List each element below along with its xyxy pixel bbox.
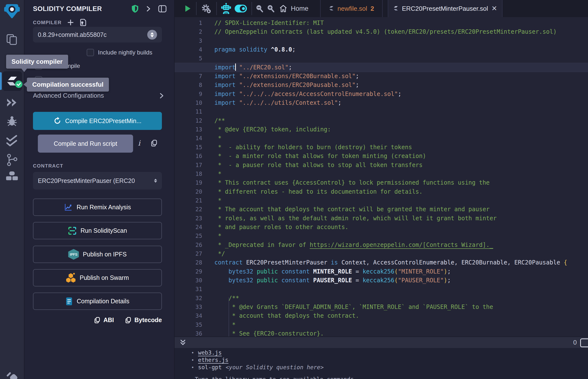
code-line: pragma solidity ^0.8.0; bbox=[214, 45, 588, 54]
compiler-version-select[interactable]: 0.8.29+commit.ab55807c bbox=[33, 27, 162, 43]
code-editor[interactable]: 1234567891011121314151617181920212223242… bbox=[175, 17, 588, 336]
code-line bbox=[214, 54, 588, 63]
code-line: * @dev {ERC20} token, including: bbox=[214, 125, 588, 134]
line-number: 21 bbox=[175, 196, 210, 205]
abi-bytecode-row: ABI Bytecode bbox=[33, 316, 162, 324]
run-solidityscan-button[interactable]: Run SolidityScan bbox=[33, 222, 162, 239]
git-icon[interactable] bbox=[5, 153, 19, 168]
code-line: * - a pauser role that allows to stop al… bbox=[214, 161, 588, 170]
bytecode-label: Bytecode bbox=[134, 316, 162, 324]
script-config-gear-icon[interactable] bbox=[201, 0, 211, 17]
code-line: */ bbox=[214, 249, 588, 258]
line-number: 30 bbox=[175, 276, 210, 285]
terminal-listen-count: 0 bbox=[573, 339, 577, 346]
code-line: // OpenZeppelin Contracts (last updated … bbox=[214, 27, 588, 36]
copy-bytecode-button[interactable]: Bytecode bbox=[125, 316, 162, 324]
line-number: 28 bbox=[175, 258, 210, 267]
terminal-bar[interactable]: 0 bbox=[175, 336, 588, 348]
line-number: 32 bbox=[175, 294, 210, 302]
code-line: bytes32 public constant MINTER_ROLE = ke… bbox=[214, 267, 588, 276]
copy-icon bbox=[94, 317, 100, 324]
copy-abi-button[interactable]: ABI bbox=[94, 316, 114, 324]
license-file-icon[interactable] bbox=[79, 18, 87, 26]
publish-ipfs-label: Publish on IPFS bbox=[83, 251, 126, 258]
line-number: 24 bbox=[175, 223, 210, 232]
tooltip-status-text: Compilation successful bbox=[32, 81, 104, 88]
compilation-details-label: Compilation Details bbox=[77, 298, 129, 305]
line-number: 1 bbox=[175, 18, 210, 27]
include-nightly-checkbox[interactable] bbox=[87, 49, 94, 56]
add-compiler-icon[interactable] bbox=[67, 19, 74, 26]
line-number: 16 bbox=[175, 152, 210, 160]
unit-testing-icon[interactable] bbox=[6, 135, 18, 147]
line-number: 34 bbox=[175, 311, 210, 320]
ai-robot-icon[interactable] bbox=[221, 0, 231, 17]
code-line: bytes32 public constant PAUSER_ROLE = ke… bbox=[214, 276, 588, 285]
compile-and-run-button[interactable]: Compile and Run script bbox=[38, 135, 133, 153]
file-explorer-icon[interactable] bbox=[5, 33, 19, 47]
line-number: 26 bbox=[175, 240, 210, 249]
code-line: * bbox=[214, 320, 588, 329]
deploy-run-icon[interactable] bbox=[5, 97, 19, 108]
publish-swarm-button[interactable]: Publish on Swarm bbox=[33, 269, 162, 286]
shield-icon[interactable] bbox=[131, 4, 139, 13]
code-lines: // SPDX-License-Identifier: MIT// OpenZe… bbox=[214, 18, 588, 336]
code-line: * bbox=[214, 170, 588, 178]
plugin-blocks-icon[interactable] bbox=[5, 171, 19, 186]
line-number: 11 bbox=[175, 107, 210, 116]
terminal-output[interactable]: •web3.js•ethers.js•sol-gpt<your Solidity… bbox=[175, 348, 588, 379]
line-number: 2 bbox=[175, 27, 210, 36]
tab-erc20presetminterpauser[interactable]: ERC20PresetMinterPauser.sol ✕ bbox=[388, 0, 503, 17]
refresh-icon bbox=[53, 117, 61, 125]
panel-header: SOLIDITY COMPILER bbox=[33, 4, 167, 13]
editor-tabbar: Home newfile.sol 2 ERC20PresetMinterPaus… bbox=[175, 0, 588, 17]
code-line: import "../../../utils/Context.sol"; bbox=[214, 98, 588, 107]
line-number: 25 bbox=[175, 232, 210, 240]
debugger-icon[interactable] bbox=[5, 115, 19, 128]
info-icon[interactable]: i bbox=[138, 139, 140, 147]
line-number: 27 bbox=[175, 249, 210, 258]
contract-select[interactable]: ERC20PresetMinterPauser (ERC20 bbox=[33, 172, 162, 190]
run-script-button[interactable] bbox=[184, 0, 191, 17]
line-number: 17 bbox=[175, 161, 210, 170]
plugin-manager-plug-icon[interactable] bbox=[4, 368, 20, 379]
zoom-in-icon[interactable] bbox=[266, 0, 275, 17]
copy-icon bbox=[125, 317, 131, 324]
compile-button[interactable]: Compile ERC20PresetMin... bbox=[33, 112, 162, 130]
home-icon bbox=[279, 5, 287, 13]
ai-copilot-toggle[interactable] bbox=[235, 0, 247, 17]
terminal-expand-icon[interactable] bbox=[179, 339, 187, 346]
code-line: * bbox=[214, 196, 588, 205]
copy-icon[interactable] bbox=[151, 140, 157, 147]
compile-success-badge bbox=[15, 80, 22, 88]
tab-newfile[interactable]: newfile.sol 2 bbox=[320, 0, 383, 17]
code-line: import "../../../access/AccessControlEnu… bbox=[214, 90, 588, 98]
terminal-search-box[interactable] bbox=[580, 338, 588, 347]
line-number: 14 bbox=[175, 134, 210, 142]
run-solidityscan-label: Run SolidityScan bbox=[81, 227, 127, 234]
remix-ide: SOLIDITY COMPILER bbox=[0, 0, 588, 379]
tab-home[interactable]: Home bbox=[279, 0, 309, 17]
indent-guide bbox=[229, 298, 229, 336]
code-line: /** bbox=[214, 116, 588, 125]
terminal-link[interactable]: ethers.js bbox=[198, 357, 229, 363]
editor-area: Home newfile.sol 2 ERC20PresetMinterPaus… bbox=[175, 0, 588, 379]
code-line: import "../extensions/ERC20Burnable.sol"… bbox=[214, 72, 588, 80]
ipfs-icon: IPFS bbox=[68, 249, 79, 260]
chevron-right-icon[interactable] bbox=[146, 5, 151, 13]
remix-logo-icon[interactable] bbox=[3, 2, 21, 21]
bullet-icon: • bbox=[191, 364, 194, 370]
run-remix-analysis-button[interactable]: Run Remix Analysis bbox=[33, 199, 162, 216]
pin-panel-icon[interactable] bbox=[158, 5, 167, 13]
compilation-details-button[interactable]: Compilation Details bbox=[33, 293, 162, 310]
line-number: 7 bbox=[175, 72, 210, 80]
publish-ipfs-button[interactable]: IPFS Publish on IPFS bbox=[33, 246, 162, 263]
close-tab-icon[interactable]: ✕ bbox=[492, 5, 497, 12]
zoom-out-icon[interactable] bbox=[255, 0, 264, 17]
line-number: 22 bbox=[175, 205, 210, 214]
code-line: * See {ERC20-constructor}. bbox=[214, 329, 588, 336]
scan-frame-icon bbox=[68, 226, 77, 235]
terminal-link[interactable]: web3.js bbox=[198, 349, 222, 356]
line-number: 19 bbox=[175, 178, 210, 187]
advanced-configurations-toggle[interactable]: Advanced Configurations bbox=[33, 92, 164, 99]
